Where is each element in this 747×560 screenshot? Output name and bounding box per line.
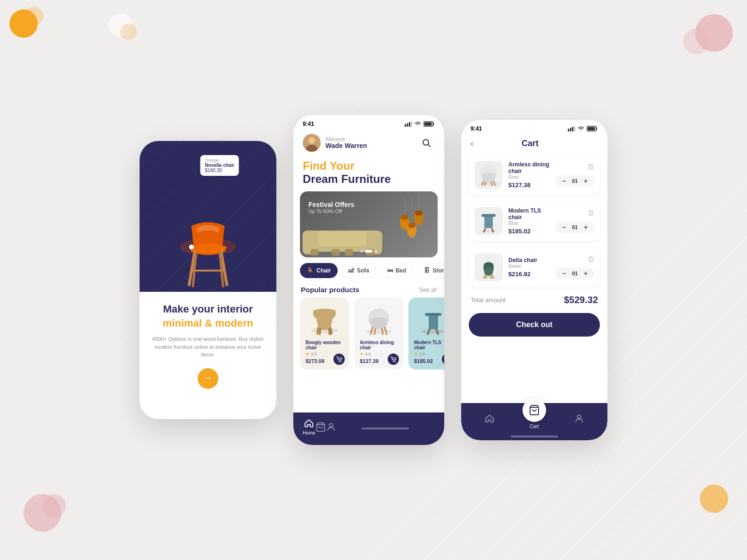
svg-rect-22 [311,249,319,256]
category-chair[interactable]: 🪑 Chair [300,263,338,278]
total-amount: $529.32 [564,295,598,305]
phone3-navbar: Cart [461,403,607,440]
cart-item-img-3 [474,253,503,281]
cart-item-actions-1: − 01 + [556,164,594,187]
product-card-1[interactable]: Boogly wooden chair ★ 4.6 $273.08 [300,297,349,370]
phone3-wifi-icon [577,126,585,132]
nav-cart[interactable] [315,422,326,432]
user-info: Welcome Wade Warren [303,134,367,152]
svg-rect-7 [405,124,406,127]
svg-point-16 [423,140,429,145]
phone3-battery-icon [587,126,598,132]
cart-item-actions-2: − 01 + [556,210,594,233]
rating-value-3: 4.6 [419,352,425,356]
promo-banner[interactable]: Festival Offers Up To 60% Off [300,191,438,257]
svg-rect-25 [345,249,353,256]
deco-circle-2 [25,7,43,25]
svg-point-6 [189,245,194,249]
chair-illustration [161,179,255,292]
cart-nav-circle-icon [529,404,540,416]
signal-icon [405,121,412,127]
phone3-profile-icon [574,413,584,424]
cart-item-price-2: $185.02 [508,228,550,235]
svg-rect-24 [332,249,340,256]
svg-rect-8 [407,123,408,127]
delete-item-3[interactable] [588,256,594,264]
svg-point-78 [577,415,581,418]
svg-point-45 [394,361,395,362]
home-indicator-phone2 [362,428,409,429]
banner-title: Festival Offers [308,201,354,208]
phone1-cta-button[interactable]: → [198,368,218,389]
qty-plus-3[interactable]: + [582,270,589,277]
category-sofa[interactable]: 🛋 Sofa [341,263,376,278]
svg-point-38 [365,329,392,334]
banner-lights [395,196,428,250]
svg-rect-10 [411,121,413,127]
phone2-navbar: Home [293,412,444,445]
rating-value-2: 4.6 [365,352,371,356]
svg-rect-57 [572,127,573,132]
dot-3 [374,250,377,253]
search-button[interactable] [418,134,435,151]
phone3-nav-home[interactable] [484,413,495,424]
svg-rect-56 [570,128,572,132]
product-card-2[interactable]: Armless dining chair ★ 4.6 $127.38 [354,297,404,370]
qty-minus-3[interactable]: − [560,270,568,277]
delete-item-1[interactable] [588,164,594,172]
trash-icon-3 [588,256,594,263]
svg-point-44 [393,361,394,362]
phone3-time: 9:41 [471,125,482,132]
avatar [303,134,321,152]
product-card-3[interactable]: Modern TLS chair ★ 4.6 $185.02 [408,297,444,370]
delete-item-2[interactable] [588,210,594,218]
chair-label: Chair [316,267,331,274]
qty-minus-2[interactable]: − [560,223,568,231]
qty-plus-2[interactable]: + [582,223,589,231]
cart-item-2: Modern TLS chair Blue $185.02 − 01 + [469,201,600,241]
phone1-description: 4000+ Options in real wood furniture. Bu… [149,335,267,359]
bed-label: Bed [396,267,407,274]
cart-item-1: Armless dining chair Grey $127.38 − 01 + [469,155,600,195]
find-headline1: Find Your [303,159,435,173]
phone3-nav-cart[interactable]: Cart [523,408,546,429]
home-icon [304,418,314,428]
cart-item-name-3: Delta chair [508,257,550,264]
phone3-header: ‹ Cart [461,135,607,155]
add-to-cart-2[interactable] [388,354,399,365]
category-storage[interactable]: 🗄 Stor.. [417,263,444,278]
product-price-3: $185.02 [414,358,444,364]
product-rating-3: ★ 4.6 [414,352,444,356]
cart-icon-1 [336,356,342,362]
nav-home[interactable]: Home [303,418,315,436]
phone3-status-icons [568,126,598,132]
cart-item-info-3: Delta chair Green $216.92 [508,257,550,278]
category-bed[interactable]: 🛏 Bed [380,263,414,278]
svg-rect-69 [481,214,496,217]
phone3-home-icon [484,413,495,424]
phone3-nav-profile[interactable] [574,413,584,424]
back-button[interactable]: ‹ [471,139,473,148]
add-to-cart-1[interactable] [333,354,345,365]
sofa-label: Sofa [357,267,369,274]
deco-circle-8 [695,14,733,52]
phone2-status-bar: 9:41 [293,115,444,130]
nav-profile[interactable] [326,422,336,432]
svg-point-54 [329,423,332,427]
svg-line-75 [486,276,487,278]
product-img-2 [360,303,398,336]
qty-minus-1[interactable]: − [560,177,568,185]
see-all-button[interactable]: See all [419,287,437,293]
chair-icon: 🪑 [307,267,314,274]
qty-plus-1[interactable]: + [582,177,589,185]
checkout-button[interactable]: Check out [469,313,600,337]
svg-point-37 [340,361,341,362]
dot-2 [365,250,373,253]
deco-circle-4 [120,24,137,40]
qty-value-2: 01 [572,224,578,230]
product-name-2: Armless dining chair [360,340,398,350]
phone2-time: 9:41 [303,121,314,127]
cart-item-img-2 [474,207,503,235]
deco-circle-1 [9,9,38,38]
cart-item-info-1: Armless dining chair Grey $127.38 [508,161,550,189]
